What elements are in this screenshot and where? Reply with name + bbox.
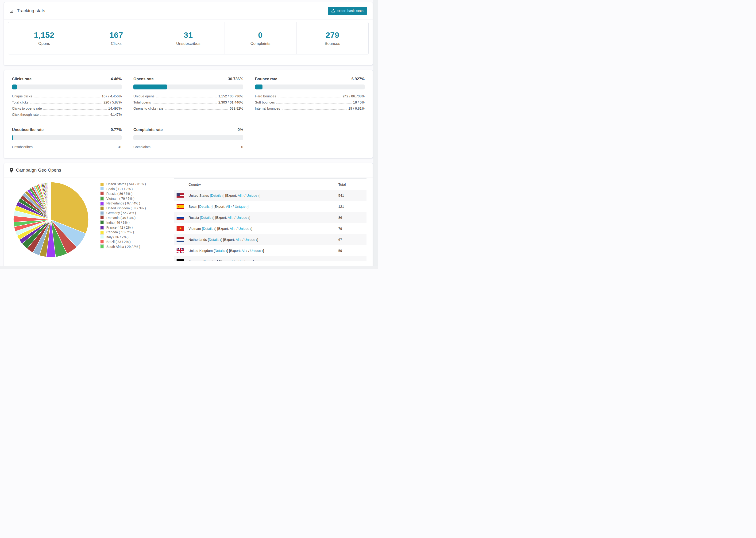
stat-row: Hard bounces 242 / 86.738% [255, 93, 365, 99]
details-link-vn[interactable]: Details › [203, 227, 215, 231]
details-link-ru[interactable]: Details › [201, 216, 213, 219]
export-unique-link-gb[interactable]: Unique › [250, 249, 263, 252]
stat-row: Internal bounces 19 / 6.81% [255, 105, 365, 112]
stat-cell-unsubscribes: 31 Unsubscribes [152, 22, 224, 54]
progress-bar [134, 135, 243, 140]
column-header-country: Country [174, 183, 338, 187]
country-name: Vietnam [189, 227, 201, 231]
country-cell: Germany [Details ›] [Export: All › / Uni… [189, 260, 254, 261]
details-link-es[interactable]: Details › [199, 205, 212, 208]
progress-bar [12, 135, 122, 140]
rate-value: 30.736% [228, 77, 243, 81]
tracking-stats-card: Tracking stats Export basic stats 1,152 … [4, 2, 373, 65]
export-basic-stats-button[interactable]: Export basic stats [328, 7, 367, 15]
country-name: Spain [189, 205, 197, 208]
country-cell: United Kingdom [Details ›] [Export: All … [189, 249, 264, 252]
legend-item-vietnam[interactable]: Vietnam ( 79 / 5% ) [100, 196, 160, 201]
legend-label: Germany ( 55 / 3% ) [106, 211, 136, 215]
dotted-leader [165, 109, 228, 110]
flag-gb-icon [177, 248, 184, 253]
country-name: Germany [189, 260, 203, 261]
legend-label: Spain ( 121 / 7% ) [106, 187, 133, 191]
legend-item-russia[interactable]: Russia ( 86 / 5% ) [100, 191, 160, 196]
legend-label: Italy ( 36 / 2% ) [106, 235, 129, 239]
legend-item-spain[interactable]: Spain ( 121 / 7% ) [100, 187, 160, 191]
legend-label: United States ( 541 / 31% ) [106, 182, 146, 186]
legend-item-brazil[interactable]: Brazil ( 33 / 2% ) [100, 240, 160, 244]
legend-item-canada[interactable]: Canada ( 40 / 2% ) [100, 230, 160, 235]
table-row-es: Spain [Details ›] [Export: All › / Uniqu… [174, 201, 366, 212]
details-link-gb[interactable]: Details › [215, 249, 227, 252]
rate-title: Bounce rate [255, 77, 277, 81]
stat-label: Unsubscribes [176, 41, 200, 46]
export-all-link-us[interactable]: All › [238, 194, 244, 197]
stat-row-value: 0 [242, 145, 243, 149]
stat-row-value: 242 / 86.738% [343, 94, 365, 98]
legend-item-romania[interactable]: Romania ( 49 / 3% ) [100, 215, 160, 220]
legend-item-united-states[interactable]: United States ( 541 / 31% ) [100, 182, 160, 187]
export-all-link-es[interactable]: All › [226, 205, 232, 208]
export-all-link-vn[interactable]: All › [230, 227, 236, 231]
flag-es-icon [177, 204, 184, 209]
country-cell: Netherlands [Details ›] [Export: All › /… [189, 238, 258, 242]
divider [4, 19, 373, 20]
legend-label: Vietnam ( 79 / 5% ) [106, 197, 135, 200]
legend-label: India ( 46 / 3% ) [106, 221, 130, 224]
stat-row-label: Total opens [134, 100, 151, 104]
export-unique-link-es[interactable]: Unique › [235, 205, 248, 208]
legend-swatch [100, 244, 104, 249]
details-link-us[interactable]: Details › [211, 194, 223, 197]
column-header-total: Total [338, 183, 366, 187]
stat-row: Unsubscribes 31 [12, 144, 122, 150]
legend-label: Brazil ( 33 / 2% ) [106, 240, 131, 243]
country-name: United States [189, 194, 209, 197]
total-cell: 79 [338, 227, 366, 231]
stat-row-label: Complaints [134, 145, 150, 149]
stat-row-value: 14.497% [108, 107, 122, 110]
legend-swatch [100, 240, 104, 244]
legend-label: France ( 42 / 2% ) [106, 226, 133, 229]
geo-body: United States ( 541 / 31% ) Spain ( 121 … [4, 178, 373, 261]
legend-item-south-africa[interactable]: South Africa ( 29 / 2% ) [100, 244, 160, 249]
scrollbar-track[interactable] [373, 0, 378, 269]
legend-item-germany[interactable]: Germany ( 55 / 3% ) [100, 211, 160, 215]
legend-item-italy[interactable]: Italy ( 36 / 2% ) [100, 235, 160, 240]
export-unique-link-nl[interactable]: Unique › [244, 238, 257, 242]
legend-item-france[interactable]: France ( 42 / 2% ) [100, 225, 160, 230]
export-all-link-de[interactable]: All › [231, 260, 237, 261]
bar-chart-icon [10, 9, 14, 13]
details-link-nl[interactable]: Details › [209, 238, 221, 242]
legend-item-india[interactable]: India ( 46 / 3% ) [100, 220, 160, 225]
country-cell: United States [Details ›] [Export: All ›… [189, 194, 260, 197]
stat-row-label: Clicks to opens rate [12, 107, 42, 110]
export-icon [331, 9, 335, 13]
export-unique-link-us[interactable]: Unique › [246, 194, 259, 197]
country-cell: Vietnam [Details ›] [Export: All › / Uni… [189, 227, 252, 231]
export-all-link-ru[interactable]: All › [228, 216, 234, 219]
export-all-link-gb[interactable]: All › [242, 249, 247, 252]
page-title: Tracking stats [17, 8, 45, 13]
stat-row: Total opens 2,303 / 61.446% [134, 99, 243, 105]
rate-title: Opens rate [134, 77, 153, 81]
pie-legend: United States ( 541 / 31% ) Spain ( 121 … [100, 182, 160, 249]
rate-title: Complaints rate [134, 128, 163, 132]
dotted-leader [278, 97, 341, 97]
details-link-de[interactable]: Details › [204, 260, 217, 261]
geo-opens-card: Campaign Geo Opens United States ( 541 /… [4, 163, 373, 269]
legend-item-netherlands[interactable]: Netherlands ( 67 / 4% ) [100, 201, 160, 206]
rate-panel-unsubscribe-rate: Unsubscribe rate 0.77% Unsubscribes 31 [12, 128, 122, 150]
export-unique-link-de[interactable]: Unique › [240, 260, 253, 261]
legend-item-united-kingdom[interactable]: United Kingdom ( 59 / 3% ) [100, 206, 160, 211]
dotted-leader [156, 97, 217, 97]
stat-row-label: Hard bounces [255, 94, 276, 98]
rate-panel-clicks-rate: Clicks rate 4.46% Unique clicks 167 / 4.… [12, 77, 122, 118]
progress-bar [255, 84, 365, 89]
map-pin-icon [10, 168, 13, 173]
stat-row: Click through rate 4.147% [12, 112, 122, 118]
export-unique-link-vn[interactable]: Unique › [239, 227, 251, 231]
export-all-link-nl[interactable]: All › [236, 238, 242, 242]
legend-label: United Kingdom ( 59 / 3% ) [106, 206, 146, 210]
stat-row-value: 18 / 0% [353, 100, 365, 104]
stat-row-value: 31 [118, 145, 122, 149]
export-unique-link-ru[interactable]: Unique › [237, 216, 249, 219]
